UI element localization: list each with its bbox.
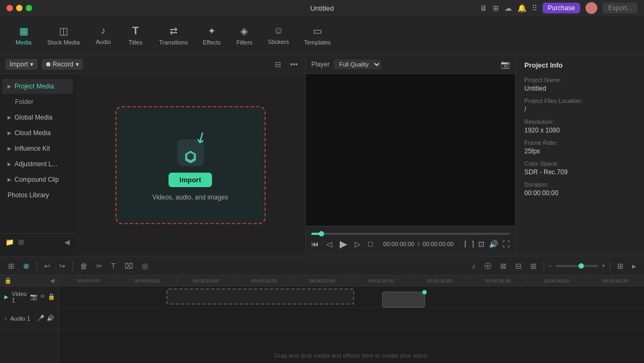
layout-icon[interactable]: ⊞ — [614, 261, 626, 271]
frame-forward-icon[interactable]: ▷ — [355, 240, 361, 248]
export-button[interactable]: Export... — [603, 3, 638, 13]
mute-track-icon[interactable]: 🔊 — [47, 315, 54, 322]
minus-icon[interactable]: − — [548, 262, 552, 270]
redo-icon[interactable]: ↪ — [56, 261, 68, 271]
import-button[interactable]: Import ▾ — [5, 59, 38, 70]
collapse-icon[interactable]: ◀ — [64, 238, 70, 246]
zoom-bar[interactable] — [555, 265, 598, 267]
arrow-icon-cloud: ▶ — [8, 130, 11, 136]
separator-4 — [610, 261, 610, 271]
left-panel: Import ▾ Record ▾ ⊟ ••• ▶ Project Media — [0, 55, 306, 256]
sidebar-item-adjustment[interactable]: ▶ Adjustment L... — [2, 157, 73, 172]
ruler-mark-3: 00:00:15:00 — [235, 278, 293, 284]
minimize-button[interactable] — [16, 5, 23, 11]
delete-icon[interactable]: 🗑 — [77, 261, 90, 271]
toolbar-item-titles[interactable]: T Titles — [121, 21, 151, 49]
audio-icon: ♪ — [101, 25, 106, 36]
mark-in-icon[interactable]: ⌈ — [464, 240, 467, 248]
panel-title: Project Info — [524, 61, 635, 69]
play-icon[interactable]: ▶ — [340, 238, 347, 250]
toolbar-item-audio[interactable]: ♪ Audio — [89, 22, 119, 48]
crop-icon[interactable]: ⊡ — [478, 240, 485, 248]
toolbar-item-stickers[interactable]: ☺ Stickers — [261, 22, 295, 48]
skip-back-icon[interactable]: ⏮ — [311, 240, 319, 248]
timeline-ruler-tracks: 00:00:00;00 00:00:05:00 00:00:10:00 00:0… — [59, 276, 644, 363]
video-clip[interactable] — [382, 292, 425, 308]
app-body: ▦ Media ◫ Stock Media ♪ Audio T Titles ⇄… — [0, 16, 644, 363]
loop-icon[interactable]: □ — [368, 240, 372, 248]
camera-track-icon[interactable]: 📷 — [30, 293, 38, 300]
quality-select[interactable]: Full Quality — [334, 60, 381, 69]
toolbar-item-transitions[interactable]: ⇄ Transitions — [153, 22, 194, 49]
drop-zone-inner: ↙ Import Videos, audio, and images — [115, 106, 266, 224]
text-icon[interactable]: T — [108, 261, 119, 271]
ruler-mark-6: 00:00:30:00 — [410, 278, 469, 284]
detach-icon[interactable]: ⊠ — [497, 261, 509, 271]
player-buttons: ⏮ ◁ ▶ ▷ □ — [311, 238, 372, 250]
player-toolbar: Player Full Quality 📷 — [306, 55, 515, 74]
track-name-video1: Video 1 — [12, 291, 27, 303]
apps-icon: ⠿ — [532, 4, 537, 12]
zoom-handle[interactable] — [579, 263, 584, 269]
filmstrip-icon — [184, 149, 197, 163]
progress-handle[interactable] — [319, 231, 324, 236]
more-icon[interactable]: ••• — [288, 59, 300, 70]
avatar — [586, 2, 597, 14]
collapse-tracks-icon[interactable]: ◀ — [50, 277, 54, 284]
video-track-icon: ▶ — [4, 294, 9, 300]
filter-icon[interactable]: ⊟ — [273, 59, 283, 70]
progress-bar[interactable] — [311, 233, 510, 235]
add-media-icon[interactable]: ⊞ — [5, 261, 17, 271]
undo-icon[interactable]: ↩ — [41, 261, 53, 271]
timeline-area: ⊞ ⊕ ↩ ↪ 🗑 ✂ T ⌧ ◎ ♪ ⦿ ⊠ ⊟ ⊞ − + ⊞ ▸ — [0, 256, 644, 363]
audio-track-icon: ♪ — [4, 315, 7, 321]
lock-icon[interactable]: 🔒 — [4, 277, 12, 284]
close-button[interactable] — [6, 5, 13, 11]
left-panel-inner: ▶ Project Media Folder ▶ Global Media ▶ … — [0, 74, 305, 256]
add-folder-icon[interactable]: 📁 — [5, 238, 14, 246]
mark-out-icon[interactable]: ⌉ — [471, 240, 474, 248]
eye-track-icon[interactable]: 👁 — [40, 293, 46, 300]
maximize-button[interactable] — [26, 5, 32, 11]
more-timeline-icon[interactable]: ▸ — [630, 261, 639, 271]
drop-import-button[interactable]: Import — [169, 173, 211, 187]
crop-timeline-icon[interactable]: ⌧ — [122, 261, 136, 271]
lock-track-icon[interactable]: 🔒 — [48, 293, 55, 300]
arrow-icon-influence: ▶ — [8, 146, 11, 151]
frame-back-icon[interactable]: ◁ — [326, 240, 332, 248]
audio-btn[interactable]: ♪ — [469, 261, 478, 271]
fullscreen-icon[interactable]: ⛶ — [502, 240, 510, 248]
sidebar-item-project-media[interactable]: ▶ Project Media — [2, 79, 73, 94]
toolbar-item-media[interactable]: ▦ Media — [9, 22, 39, 49]
toolbar-item-filters[interactable]: ◈ Filters — [229, 22, 259, 49]
sidebar-item-global-media[interactable]: ▶ Global Media — [2, 110, 73, 125]
clip-indicator — [422, 290, 427, 294]
split-icon[interactable]: ⊟ — [513, 261, 524, 271]
toolbar-item-effects[interactable]: ✦ Effects — [196, 22, 227, 49]
snapshot-icon[interactable]: 📷 — [501, 60, 510, 69]
magnet-icon[interactable]: ⊕ — [20, 261, 32, 271]
sidebar-item-folder[interactable]: Folder — [2, 94, 73, 109]
cut-icon[interactable]: ✂ — [93, 261, 105, 271]
timeline-tracks: Drag and drop media and effects here to … — [59, 286, 644, 363]
audio-icon-player[interactable]: 🔊 — [489, 240, 498, 248]
templates-icon: ▭ — [313, 25, 322, 37]
group-icon[interactable]: ⊞ — [528, 261, 539, 271]
sidebar-item-influence-kit[interactable]: ▶ Influence Kit — [2, 141, 73, 156]
drop-zone-text: Videos, audio, and images — [152, 194, 228, 201]
purchase-button[interactable]: Purchase — [543, 3, 581, 13]
record-timeline-icon[interactable]: ⦿ — [481, 261, 494, 271]
add-smart-folder-icon[interactable]: ⊞ — [18, 238, 24, 246]
sidebar-item-compound-clip[interactable]: ▶ Compound Clip — [2, 172, 73, 187]
record-button[interactable]: Record ▾ — [42, 59, 83, 70]
titlebar: Untitled 🖥 ⊞ ☁ 🔔 ⠿ Purchase Export... — [0, 0, 644, 16]
arrow-icon-global: ▶ — [8, 115, 11, 120]
sidebar-item-photos-library[interactable]: Photos Library — [2, 188, 73, 203]
effects-timeline-icon[interactable]: ◎ — [139, 261, 151, 271]
plus-icon[interactable]: + — [602, 262, 605, 270]
center-player: Player Full Quality 📷 ⏮ — [306, 55, 515, 256]
toolbar-item-stock-media[interactable]: ◫ Stock Media — [41, 22, 86, 49]
sidebar-item-cloud-media[interactable]: ▶ Cloud Media — [2, 125, 73, 140]
toolbar-item-templates[interactable]: ▭ Templates — [297, 22, 337, 49]
mic-track-icon[interactable]: 🎤 — [37, 315, 45, 322]
